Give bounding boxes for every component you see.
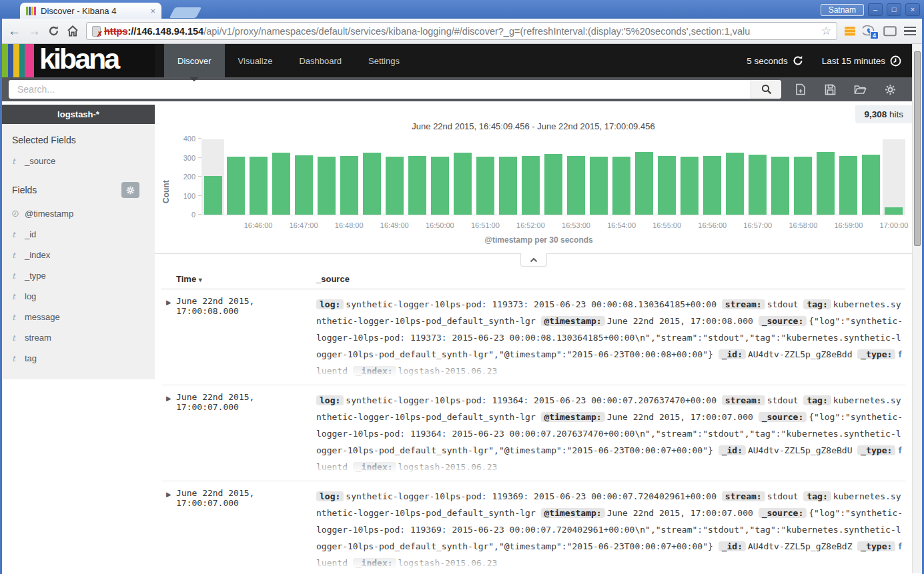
save-search-button[interactable] — [815, 83, 845, 95]
histogram-bar[interactable] — [408, 156, 426, 215]
histogram-bar[interactable] — [612, 157, 630, 215]
forward-button[interactable]: → — [28, 25, 41, 37]
search-icon — [761, 84, 772, 95]
reload-button[interactable] — [48, 25, 59, 37]
histogram-bar[interactable] — [454, 153, 472, 215]
extension-cast-icon[interactable] — [883, 26, 897, 37]
field-item-timestamp[interactable]: @timestamp — [2, 203, 155, 224]
histogram-bar[interactable] — [794, 157, 812, 215]
close-button[interactable]: × — [905, 3, 920, 16]
histogram-bar[interactable] — [476, 157, 494, 215]
page-scrollbar[interactable] — [912, 44, 922, 573]
field-item-tag[interactable]: ttag — [2, 348, 155, 369]
field-item-id[interactable]: t_id — [2, 224, 155, 245]
histogram-bar[interactable] — [749, 155, 767, 215]
histogram-bar[interactable] — [272, 153, 290, 215]
search-bar-row — [2, 77, 912, 101]
kibana-tab-discover[interactable]: Discover — [164, 44, 225, 77]
kibana-tab-visualize[interactable]: Visualize — [225, 44, 286, 77]
field-item-stream[interactable]: tstream — [2, 327, 155, 348]
tab-close-icon[interactable]: × — [150, 6, 155, 16]
hits-counter: 9,308 hits — [855, 105, 912, 123]
histogram-bar[interactable] — [522, 156, 540, 215]
new-tab-button[interactable] — [169, 7, 202, 18]
histogram-bar[interactable] — [885, 207, 903, 215]
histogram-bar[interactable] — [771, 157, 789, 215]
chrome-menu-icon[interactable] — [904, 27, 916, 36]
field-key-badge: stream: — [722, 395, 765, 405]
search-button[interactable] — [751, 80, 781, 99]
histogram-bar[interactable] — [386, 157, 404, 215]
url-scheme: https — [104, 26, 127, 37]
extension-notes-icon[interactable] — [845, 27, 855, 36]
histogram-bar[interactable] — [363, 153, 381, 215]
table-row[interactable]: ▶June 22nd 2015, 17:00:07.000log:synthet… — [161, 385, 905, 481]
histogram-bar[interactable] — [340, 156, 358, 215]
field-item-index[interactable]: t_index — [2, 245, 155, 265]
histogram-bar[interactable] — [544, 154, 562, 215]
settings-button[interactable] — [875, 83, 905, 95]
field-item-source[interactable]: t_source — [2, 151, 155, 171]
x-tick-label: 16:47:00 — [290, 221, 318, 229]
histogram-bar[interactable] — [227, 157, 245, 215]
histogram-bar[interactable] — [499, 157, 517, 215]
scrollbar-thumb[interactable] — [914, 51, 921, 246]
histogram-bar[interactable] — [567, 156, 585, 215]
expand-caret-icon[interactable]: ▶ — [161, 488, 176, 571]
back-button[interactable]: ← — [8, 25, 21, 37]
histogram-bar[interactable] — [839, 156, 857, 215]
minimize-button[interactable]: – — [868, 3, 883, 16]
field-key-badge: _index: — [353, 366, 396, 376]
histogram-bar[interactable] — [318, 157, 336, 215]
maximize-button[interactable]: □ — [887, 3, 901, 16]
histogram-bar[interactable] — [295, 155, 313, 215]
time-column-header[interactable]: Time ▾ — [161, 274, 316, 284]
field-item-type[interactable]: t_type — [2, 265, 155, 286]
index-pattern-header[interactable]: logstash-* — [2, 105, 155, 124]
profile-button[interactable]: Satnam — [821, 4, 864, 16]
search-input[interactable] — [9, 80, 751, 99]
field-item-log[interactable]: tlog — [2, 286, 155, 307]
field-value: stdout — [767, 299, 804, 309]
new-search-button[interactable] — [785, 83, 815, 95]
open-search-button[interactable] — [845, 83, 875, 95]
extension-voice-icon[interactable]: 4 — [863, 25, 876, 37]
x-tick-label: 16:56:00 — [698, 221, 727, 229]
histogram-bar[interactable] — [250, 157, 268, 215]
histogram-bar[interactable] — [862, 155, 880, 215]
collapse-chart-button[interactable] — [520, 253, 547, 267]
histogram-bar[interactable] — [431, 157, 449, 215]
field-value: June 22nd 2015, 17:00:07.000 — [607, 508, 759, 518]
histogram-bar[interactable] — [658, 156, 676, 215]
x-tick-label: 16:48:00 — [335, 221, 364, 229]
histogram-bar[interactable] — [726, 153, 744, 215]
histogram-bar[interactable] — [703, 156, 721, 215]
field-key-badge: _source: — [759, 508, 807, 518]
expand-caret-icon[interactable]: ▶ — [161, 296, 176, 379]
bar-slot — [656, 139, 678, 215]
insecure-page-icon[interactable]: ✗ — [92, 26, 101, 37]
refresh-interval-picker[interactable]: 5 seconds — [747, 55, 803, 66]
table-header: Time ▾ _source — [161, 268, 905, 289]
logo-stripe — [25, 44, 34, 77]
home-button[interactable] — [67, 25, 79, 37]
url-bar[interactable]: ✗ https ://146.148.94.154 /api/v1/proxy/… — [86, 22, 837, 40]
time-range-picker[interactable]: Last 15 minutes — [822, 55, 901, 67]
histogram-bar[interactable] — [635, 152, 653, 215]
fields-sidebar: logstash-* Selected Fields t_source Fiel… — [2, 101, 155, 573]
field-key-badge: stream: — [722, 491, 765, 501]
histogram-bar[interactable] — [204, 176, 222, 215]
field-settings-button[interactable] — [121, 182, 139, 198]
histogram-bar[interactable] — [680, 157, 699, 215]
table-row[interactable]: ▶June 22nd 2015, 17:00:08.000log:synthet… — [161, 289, 905, 385]
field-item-message[interactable]: tmessage — [2, 307, 155, 327]
histogram-bar[interactable] — [590, 157, 608, 215]
expand-caret-icon[interactable]: ▶ — [161, 392, 176, 475]
table-row[interactable]: ▶June 22nd 2015, 17:00:07.000log:synthet… — [161, 481, 905, 573]
kibana-tab-dashboard[interactable]: Dashboard — [286, 44, 355, 77]
browser-tab[interactable]: Discover - Kibana 4 × — [20, 3, 161, 19]
selected-fields-heading: Selected Fields — [2, 124, 155, 151]
bookmark-star-icon[interactable]: ☆ — [821, 24, 831, 38]
kibana-tab-settings[interactable]: Settings — [355, 44, 413, 77]
histogram-bar[interactable] — [817, 152, 835, 215]
